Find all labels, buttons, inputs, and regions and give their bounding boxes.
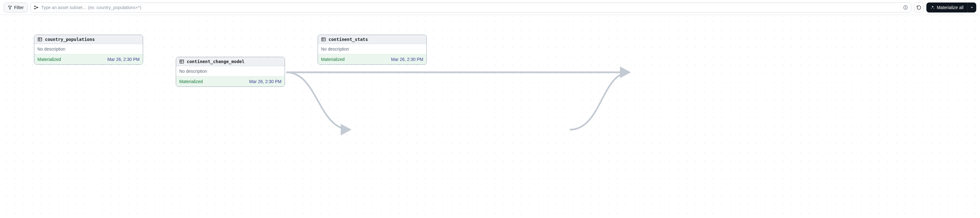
status-timestamp: Mar 26, 2:30 PM xyxy=(249,79,282,84)
materialize-dropdown-button[interactable] xyxy=(967,3,976,13)
asset-name: country_populations xyxy=(45,37,95,42)
asset-node-header: continent_stats xyxy=(318,35,426,44)
table-icon xyxy=(179,59,184,64)
asset-graph-canvas[interactable]: country_populations No description Mater… xyxy=(0,15,980,218)
chevron-down-icon xyxy=(970,6,974,9)
asset-status-row: Materialized Mar 26, 2:30 PM xyxy=(318,54,426,64)
filter-button-label: Filter xyxy=(14,5,24,10)
status-timestamp: Mar 26, 2:30 PM xyxy=(108,57,140,62)
materialize-split-button: Materialize all xyxy=(926,3,976,13)
asset-name: continent_change_model xyxy=(187,59,244,64)
asset-search[interactable] xyxy=(30,3,912,13)
filter-button[interactable]: Filter xyxy=(4,3,28,13)
status-timestamp: Mar 26, 2:30 PM xyxy=(391,57,423,62)
materialize-all-button[interactable]: Materialize all xyxy=(926,3,967,13)
asset-description: No description xyxy=(34,44,143,54)
status-badge: Materialized xyxy=(321,57,344,62)
graph-edges xyxy=(0,15,980,218)
asset-node-header: continent_change_model xyxy=(176,57,285,66)
refresh-icon xyxy=(916,5,921,10)
asset-node-header: country_populations xyxy=(34,35,143,44)
svg-point-6 xyxy=(905,6,906,7)
svg-marker-0 xyxy=(8,6,12,9)
status-badge: Materialized xyxy=(179,79,203,84)
svg-rect-10 xyxy=(180,60,184,63)
toolbar: Filter Materialize all xyxy=(0,0,980,15)
asset-status-row: Materialized Mar 26, 2:30 PM xyxy=(176,77,285,87)
asset-search-input[interactable] xyxy=(41,5,900,10)
svg-rect-7 xyxy=(38,38,42,41)
asset-node-country-populations[interactable]: country_populations No description Mater… xyxy=(34,35,143,65)
asset-node-continent-stats[interactable]: continent_stats No description Materiali… xyxy=(318,35,427,65)
materialize-button-label: Materialize all xyxy=(937,5,964,10)
sparkle-icon xyxy=(931,5,935,10)
info-icon[interactable] xyxy=(903,5,908,10)
svg-rect-13 xyxy=(322,38,325,41)
asset-description: No description xyxy=(176,66,285,77)
table-icon xyxy=(37,37,42,42)
table-icon xyxy=(321,37,326,42)
asset-description: No description xyxy=(318,44,426,54)
asset-name: continent_stats xyxy=(329,37,368,42)
filter-icon xyxy=(8,5,12,10)
refresh-button[interactable] xyxy=(914,3,924,13)
asset-status-row: Materialized Mar 26, 2:30 PM xyxy=(34,54,143,64)
status-badge: Materialized xyxy=(37,57,61,62)
graph-icon xyxy=(33,5,39,10)
asset-node-continent-change-model[interactable]: continent_change_model No description Ma… xyxy=(176,57,285,87)
